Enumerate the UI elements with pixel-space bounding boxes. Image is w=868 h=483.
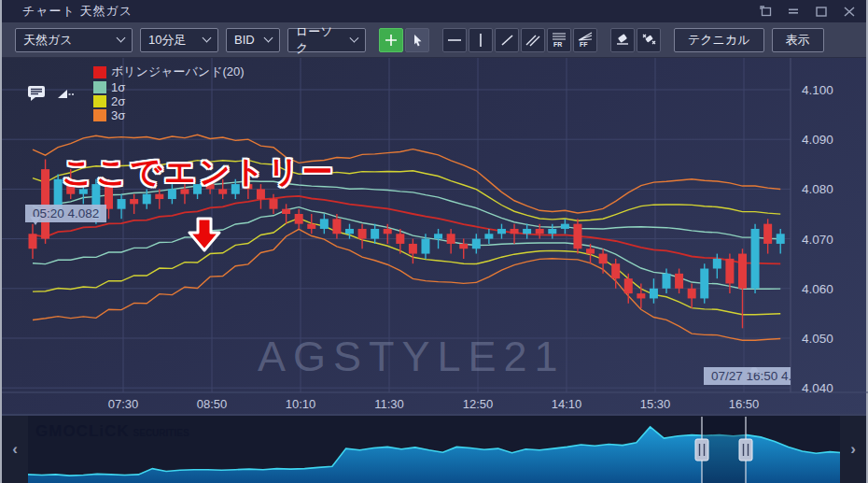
technical-indicators-button[interactable]: テクニカル: [674, 28, 764, 52]
svg-text:15:30: 15:30: [640, 397, 671, 411]
trend-angle-icon[interactable]: [56, 84, 77, 103]
legend-item: ボリンジャーバンド(20): [93, 64, 245, 80]
vertical-line-tool-button[interactable]: [469, 28, 493, 52]
window-maximize-icon[interactable]: [814, 5, 829, 18]
title-bar: チャート 天然ガス: [2, 0, 866, 22]
svg-text:4.070: 4.070: [802, 233, 833, 247]
chevron-down-icon: [350, 34, 359, 43]
legend-label: 2σ: [111, 94, 125, 108]
price-tooltip-bottom: 07/27 16:50 4.0: [704, 367, 791, 385]
window-close-icon[interactable]: [842, 5, 857, 18]
legend-swatch-icon: [93, 95, 106, 107]
svg-text:4.090: 4.090: [802, 133, 833, 147]
svg-text:07:30: 07:30: [108, 397, 139, 411]
window-title: チャート 天然ガス: [22, 3, 758, 20]
fibonacci-retracement-tool-button[interactable]: FR: [547, 28, 571, 52]
broker-logo-sub: SECURITIES: [133, 428, 189, 438]
svg-text:16:50: 16:50: [729, 397, 760, 411]
parallel-lines-tool-button[interactable]: [521, 28, 545, 52]
comment-bubble-icon[interactable]: [26, 84, 47, 103]
chevron-down-icon: [203, 34, 212, 43]
window-minimize-icon[interactable]: [786, 5, 801, 18]
legend-swatch-icon: [93, 66, 106, 78]
chart-legend: ボリンジャーバンド(20)1σ2σ3σ: [26, 64, 245, 122]
svg-text:12:50: 12:50: [463, 397, 494, 411]
svg-text:14:10: 14:10: [552, 397, 582, 411]
display-settings-button[interactable]: 表示: [772, 28, 824, 52]
watermark-text: AGSTYLE21: [258, 333, 566, 381]
price-tooltip-top: 05:20 4.082: [25, 205, 106, 222]
svg-text:4.060: 4.060: [802, 282, 833, 296]
chart-area: 4.1004.0904.0804.0704.0604.0504.04007:30…: [2, 58, 866, 414]
eraser-tool-button[interactable]: [610, 28, 635, 52]
legend-item: 3σ: [93, 108, 245, 122]
svg-text:10:10: 10:10: [286, 397, 316, 411]
toolbar: 天然ガス 10分足 BID ローソク: [2, 22, 866, 58]
broker-logo: GMOCLiCK SECURITIES: [35, 422, 189, 441]
legend-label: 3σ: [111, 108, 125, 122]
chart-window: チャート 天然ガス 天然ガス 10分足 BID: [0, 0, 868, 483]
svg-text:11:30: 11:30: [374, 397, 404, 411]
navigator-scroll-left-button[interactable]: ‹: [2, 416, 28, 483]
legend-swatch-icon: [93, 81, 106, 93]
svg-text:4.100: 4.100: [802, 83, 833, 97]
chart-type-select[interactable]: ローソク: [287, 28, 366, 52]
chevron-down-icon: [117, 34, 126, 43]
svg-text:4.040: 4.040: [802, 381, 833, 395]
cursor-button[interactable]: [405, 28, 429, 52]
legend-label: 1σ: [111, 80, 125, 94]
legend-swatch-icon: [93, 109, 106, 121]
ff-label: FF: [580, 41, 588, 48]
svg-text:4.050: 4.050: [802, 332, 833, 346]
broker-logo-main: GMOCLiCK: [35, 422, 130, 441]
crosshair-button[interactable]: [379, 28, 403, 52]
symbol-select[interactable]: 天然ガス: [15, 28, 133, 52]
interval-select[interactable]: 10分足: [140, 28, 218, 52]
entry-arrow-down-icon: [186, 217, 223, 254]
trend-line-tool-button[interactable]: [495, 28, 519, 52]
window-popout-icon[interactable]: [758, 5, 773, 18]
svg-text:08:50: 08:50: [197, 397, 228, 411]
chevron-down-icon: [264, 34, 273, 43]
legend-item: 2σ: [93, 94, 245, 108]
legend-item: 1σ: [93, 80, 245, 94]
entry-annotation-text: ここでエントリー: [62, 151, 335, 193]
navigator-scroll-right-button[interactable]: ›: [840, 416, 866, 483]
horizontal-line-tool-button[interactable]: [442, 28, 467, 52]
legend-label: ボリンジャーバンド(20): [111, 64, 245, 80]
svg-text:4.080: 4.080: [802, 182, 833, 196]
legend-items: ボリンジャーバンド(20)1σ2σ3σ: [86, 64, 245, 122]
price-type-select[interactable]: BID: [226, 28, 280, 52]
clear-all-drawings-button[interactable]: [637, 28, 661, 52]
fibonacci-fan-tool-button[interactable]: FF: [573, 28, 597, 52]
fr-label: FR: [553, 41, 562, 48]
window-controls: [758, 5, 857, 18]
